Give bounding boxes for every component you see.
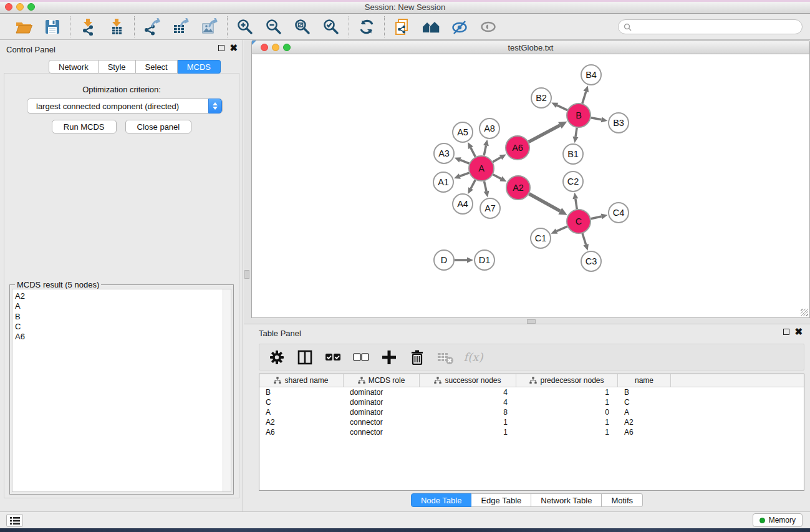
table-cell[interactable]: A — [618, 407, 671, 417]
memory-button[interactable]: Memory — [753, 513, 803, 527]
export-image-button[interactable] — [200, 17, 219, 37]
result-list-item[interactable]: B — [15, 312, 231, 322]
desktop-hscroll-thumb[interactable] — [527, 319, 536, 324]
table-close-icon[interactable]: ✖ — [794, 329, 803, 335]
graph-node-C2[interactable]: C2 — [563, 172, 583, 191]
graph-node-A5[interactable]: A5 — [453, 122, 473, 142]
graph-node-A1[interactable]: A1 — [433, 172, 453, 192]
table-cell[interactable]: connector — [344, 417, 420, 427]
graph-node-A3[interactable]: A3 — [434, 143, 454, 163]
result-list-item[interactable]: A2 — [15, 291, 231, 301]
table-cell[interactable]: A2 — [618, 417, 671, 427]
split-columns-button[interactable] — [296, 349, 314, 366]
graph-edge-A2-C[interactable] — [529, 194, 560, 211]
table-cell[interactable]: 4 — [420, 397, 516, 407]
table-cell[interactable]: 1 — [420, 427, 516, 437]
graph-edge-B-B4[interactable] — [582, 92, 586, 104]
add-column-button[interactable] — [380, 349, 398, 366]
network-canvas[interactable]: B4B2BB3B1A5A8A6A3AA1A2C2A4A7CC4C1C3DD1 — [251, 54, 810, 318]
tab-style[interactable]: Style — [99, 60, 136, 74]
column-header-predecessor-nodes[interactable]: predecessor nodes — [516, 374, 618, 387]
delete-trash-button[interactable] — [408, 349, 426, 366]
column-header-MCDS-role[interactable]: MCDS role — [344, 374, 420, 387]
refresh-button[interactable] — [357, 17, 377, 37]
float-panel-icon[interactable] — [218, 45, 224, 51]
graph-edge-A-A6[interactable] — [493, 157, 501, 162]
table-cell[interactable]: A — [259, 407, 344, 417]
zoom-fit-button[interactable] — [292, 17, 312, 37]
table-row-A2[interactable]: A2connector11A2 — [259, 417, 804, 427]
table-cell[interactable]: 1 — [516, 387, 618, 397]
graph-node-C3[interactable]: C3 — [581, 251, 601, 271]
result-scrollbar[interactable] — [223, 289, 231, 491]
tab-node-table[interactable]: Node Table — [411, 493, 472, 507]
zoom-selected-button[interactable] — [321, 17, 341, 37]
table-float-icon[interactable] — [783, 329, 789, 335]
zoom-in-button[interactable] — [235, 17, 255, 37]
tab-network[interactable]: Network — [49, 60, 99, 74]
graph-node-A4[interactable]: A4 — [453, 194, 473, 214]
tab-edge-table[interactable]: Edge Table — [471, 493, 531, 507]
graph-node-A7[interactable]: A7 — [480, 198, 500, 218]
export-network-button[interactable] — [142, 17, 162, 37]
criterion-dropdown[interactable]: largest connected component (directed) — [27, 99, 223, 114]
table-cell[interactable]: A6 — [259, 427, 344, 437]
select-all-button[interactable] — [324, 349, 342, 366]
tab-network-table[interactable]: Network Table — [531, 493, 602, 507]
graph-node-A6[interactable]: A6 — [506, 136, 529, 160]
table-cell[interactable]: 4 — [420, 387, 516, 397]
table-cell[interactable]: A2 — [259, 417, 344, 427]
table-cell[interactable]: 1 — [420, 417, 516, 427]
open-folder-button[interactable] — [14, 17, 34, 37]
settings-gear-button[interactable] — [268, 349, 286, 366]
column-header-name[interactable]: name — [618, 374, 671, 387]
table-row-C[interactable]: Cdominator41C — [259, 397, 804, 407]
result-list-item[interactable]: C — [15, 322, 231, 332]
graph-edge-A-A5[interactable] — [471, 148, 475, 157]
result-list-item[interactable]: A6 — [15, 332, 231, 342]
close-panel-icon[interactable]: ✖ — [229, 45, 238, 51]
graph-node-C[interactable]: C — [567, 210, 591, 233]
table-cell[interactable]: C — [259, 397, 344, 407]
graph-edge-A-A2[interactable] — [493, 175, 501, 179]
graph-edge-A-A8[interactable] — [484, 145, 486, 155]
resize-grip[interactable] — [801, 309, 808, 316]
search-input[interactable] — [635, 22, 797, 31]
copy-network-button[interactable] — [392, 17, 412, 37]
table-cell[interactable]: 8 — [420, 407, 516, 417]
mcds-result-list[interactable]: A2ABCA6 — [12, 289, 231, 492]
table-cell[interactable]: dominator — [344, 387, 420, 397]
graph-edge-A-A7[interactable] — [484, 181, 486, 191]
table-cell[interactable]: dominator — [344, 397, 420, 407]
table-cell[interactable]: A6 — [618, 427, 671, 437]
graph-edge-B-B2[interactable] — [557, 105, 567, 110]
graph-edge-C-C3[interactable] — [582, 233, 586, 244]
graph-node-C4[interactable]: C4 — [609, 203, 629, 223]
table-row-A[interactable]: Adominator80A — [259, 407, 804, 417]
graph-node-A2[interactable]: A2 — [506, 176, 530, 200]
graph-edge-C-C1[interactable] — [557, 226, 567, 231]
export-table-button[interactable] — [171, 17, 191, 37]
table-cell[interactable]: 1 — [516, 397, 618, 407]
search-box[interactable] — [618, 19, 803, 34]
graph-node-D1[interactable]: D1 — [475, 250, 494, 270]
import-network-button[interactable] — [78, 17, 98, 37]
graph-node-C1[interactable]: C1 — [531, 228, 551, 248]
column-header-shared-name[interactable]: shared name — [259, 374, 344, 387]
table-cell[interactable]: B — [259, 387, 344, 397]
table-row-A6[interactable]: A6connector11A6 — [259, 427, 804, 437]
graph-node-A8[interactable]: A8 — [480, 118, 499, 138]
graph-edge-B-B1[interactable] — [576, 128, 577, 137]
graph-node-B4[interactable]: B4 — [581, 65, 601, 85]
table-cell[interactable]: C — [618, 397, 671, 407]
table-cell[interactable]: connector — [344, 427, 420, 437]
run-mcds-button[interactable]: Run MCDS — [52, 120, 117, 133]
table-cell[interactable]: B — [618, 387, 671, 397]
home-layout-button[interactable] — [421, 17, 441, 37]
network-window-titlebar[interactable]: testGlobe.txt — [251, 40, 810, 54]
graph-edge-A6-B[interactable] — [529, 125, 560, 142]
graph-edge-A-A4[interactable] — [471, 180, 475, 189]
zoom-out-button[interactable] — [264, 17, 284, 37]
graph-edge-B-B3[interactable] — [591, 118, 602, 120]
graph-node-B3[interactable]: B3 — [609, 113, 629, 133]
